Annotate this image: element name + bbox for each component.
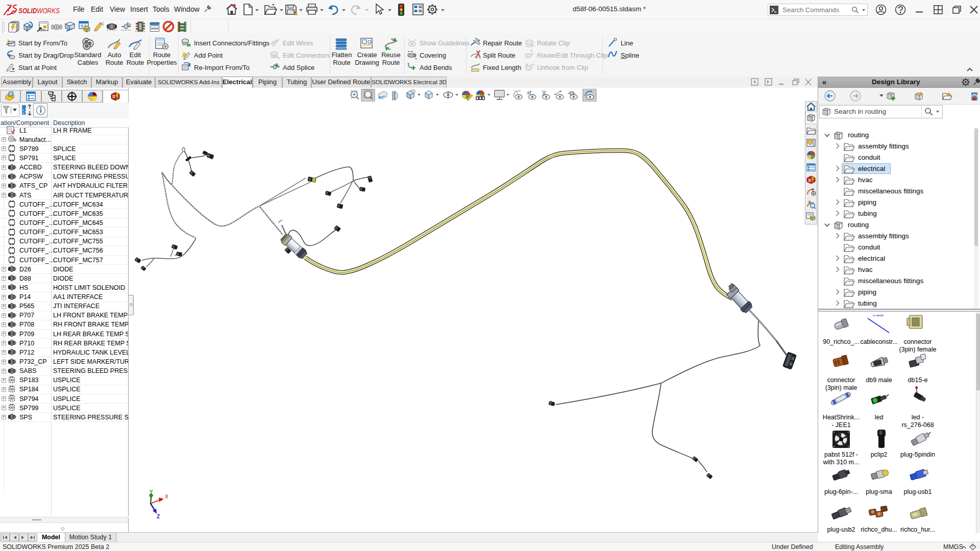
svg-text:X: X [165, 494, 168, 499]
svg-text:!: ! [294, 11, 296, 15]
svg-text:SOLIDWORKS: SOLIDWORKS [18, 6, 60, 15]
svg-text:Z: Z [157, 514, 160, 519]
svg-text:to detail: to detail [873, 314, 884, 317]
svg-text:Y: Y [150, 489, 153, 495]
svg-text:S: S [112, 94, 115, 99]
